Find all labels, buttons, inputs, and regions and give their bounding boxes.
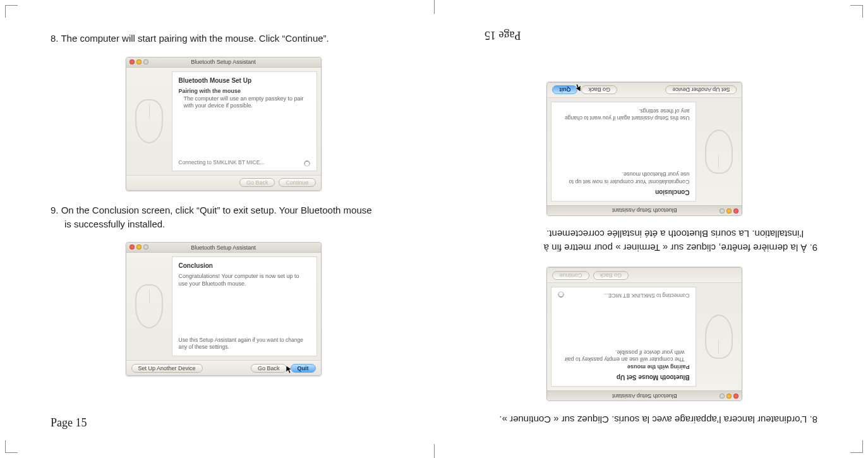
panel-subheading: Pairing with the mouse [179, 88, 310, 94]
footer-bar: Set Up Another Device Go Back Quit [548, 83, 742, 98]
window-title: Bluetooth Setup Assistant [191, 59, 256, 65]
close-icon[interactable] [734, 208, 739, 214]
step-9-text: 9. On the Conclusion screen, click “Quit… [51, 203, 396, 231]
panel-body-text: The computer will use an empty passkey t… [558, 348, 690, 363]
window-controls [130, 59, 148, 64]
minimize-icon[interactable] [136, 244, 142, 250]
window-body: Conclusion Congratulations! Your compute… [548, 98, 742, 205]
close-icon[interactable] [130, 244, 135, 250]
zoom-icon[interactable] [720, 394, 725, 399]
mouse-icon [135, 99, 163, 143]
conclusion-window: Bluetooth Setup Assistant Conclusion Con… [126, 242, 322, 376]
window-controls [130, 244, 148, 250]
window-body: Conclusion Congratulations! Your compute… [126, 253, 321, 360]
status-text: Connecting to SMKLINK BT MICE... [179, 159, 265, 166]
spinner-icon [558, 291, 565, 298]
sidebar-illustration [697, 283, 742, 390]
panel-body-text: Congratulations! Your computer is now se… [179, 273, 310, 287]
step-8-text: 8. L’ordinateur lancera l’appairage avec… [472, 413, 817, 426]
pairing-window: Bluetooth Setup Assistant Bluetooth Mous… [547, 267, 743, 401]
close-icon[interactable] [130, 59, 135, 64]
zoom-icon[interactable] [143, 244, 148, 250]
go-back-button[interactable]: Go Back [593, 271, 629, 280]
titlebar: Bluetooth Setup Assistant [548, 390, 742, 401]
content-panel: Conclusion Congratulations! Your compute… [172, 256, 317, 356]
panel-heading: Bluetooth Mouse Set Up [558, 374, 690, 381]
panel-footnote: Use this Setup Assistant again if you wa… [179, 337, 310, 351]
close-icon[interactable] [734, 394, 739, 399]
zoom-icon[interactable] [143, 59, 148, 64]
window-title: Bluetooth Setup Assistant [191, 244, 256, 251]
go-back-button[interactable]: Go Back [582, 85, 618, 94]
window-title: Bluetooth Setup Assistant [612, 207, 677, 214]
pairing-window: Bluetooth Setup Assistant Bluetooth Mous… [126, 57, 322, 191]
mouse-icon [706, 315, 733, 359]
spinner-icon [304, 160, 310, 167]
titlebar: Bluetooth Setup Assistant [126, 243, 321, 253]
continue-button[interactable]: Continue [553, 271, 589, 280]
panel-footnote: Use this Setup Assistant again if you wa… [558, 107, 690, 121]
footer-bar: Go Back Continue [126, 175, 321, 190]
page-number: Page 15 [485, 28, 521, 42]
sidebar-illustration [126, 68, 172, 175]
step-9-text: 9. À la dernière fenêtre, cliquez sur « … [472, 227, 817, 255]
status-text: Connecting to SMKLINK BT MICE... [604, 292, 690, 299]
zoom-icon[interactable] [720, 208, 725, 214]
step-9-line2: l’installation. La souris Bluetooth a ét… [472, 227, 817, 241]
go-back-button[interactable]: Go Back [251, 364, 287, 373]
setup-another-button[interactable]: Set Up Another Device [131, 364, 203, 373]
window-body: Bluetooth Mouse Set Up Pairing with the … [548, 283, 742, 390]
go-back-button[interactable]: Go Back [239, 178, 275, 187]
footer-bar: Set Up Another Device Go Back Quit [126, 360, 321, 375]
sidebar-illustration [697, 98, 742, 205]
window-title: Bluetooth Setup Assistant [612, 393, 677, 399]
titlebar: Bluetooth Setup Assistant [548, 205, 742, 215]
panel-subheading: Pairing with the mouse [558, 364, 690, 370]
page-number: Page 15 [51, 416, 87, 430]
step-9-line1: 9. On the Conclusion screen, click “Quit… [51, 205, 372, 215]
continue-button[interactable]: Continue [279, 178, 315, 187]
step-8-text: 8. The computer will start pairing with … [51, 32, 396, 45]
window-body: Bluetooth Mouse Set Up Pairing with the … [126, 68, 321, 175]
page-right: 8. L’ordinateur lancera l’appairage avec… [434, 0, 868, 458]
panel-heading: Bluetooth Mouse Set Up [179, 77, 310, 84]
panel-heading: Conclusion [179, 262, 310, 269]
content-panel: Bluetooth Mouse Set Up Pairing with the … [552, 287, 697, 387]
panel-body-text: Congratulations! Your computer is now se… [558, 170, 690, 184]
minimize-icon[interactable] [136, 59, 142, 64]
mouse-icon [706, 130, 733, 174]
minimize-icon[interactable] [727, 394, 732, 399]
quit-button[interactable]: Quit [291, 364, 316, 373]
mouse-icon [135, 284, 163, 328]
content-panel: Conclusion Congratulations! Your compute… [552, 102, 697, 202]
window-controls [720, 208, 739, 214]
setup-another-button[interactable]: Set Up Another Device [665, 85, 737, 94]
page-left: 8. The computer will start pairing with … [0, 0, 434, 458]
page-spread: 8. The computer will start pairing with … [0, 0, 868, 458]
minimize-icon[interactable] [727, 208, 732, 214]
sidebar-illustration [126, 253, 172, 360]
content-panel: Bluetooth Mouse Set Up Pairing with the … [172, 71, 317, 171]
quit-button[interactable]: Quit [553, 85, 578, 94]
conclusion-window: Bluetooth Setup Assistant Conclusion Con… [547, 82, 743, 216]
titlebar: Bluetooth Setup Assistant [126, 57, 321, 68]
step-9-line1: 9. À la dernière fenêtre, cliquez sur « … [544, 243, 817, 253]
panel-body-text: The computer will use an empty passkey t… [179, 95, 310, 110]
panel-heading: Conclusion [558, 189, 690, 196]
footer-bar: Go Back Continue [548, 268, 742, 283]
step-9-line2: is successfully installed. [51, 217, 396, 231]
window-controls [720, 394, 739, 399]
